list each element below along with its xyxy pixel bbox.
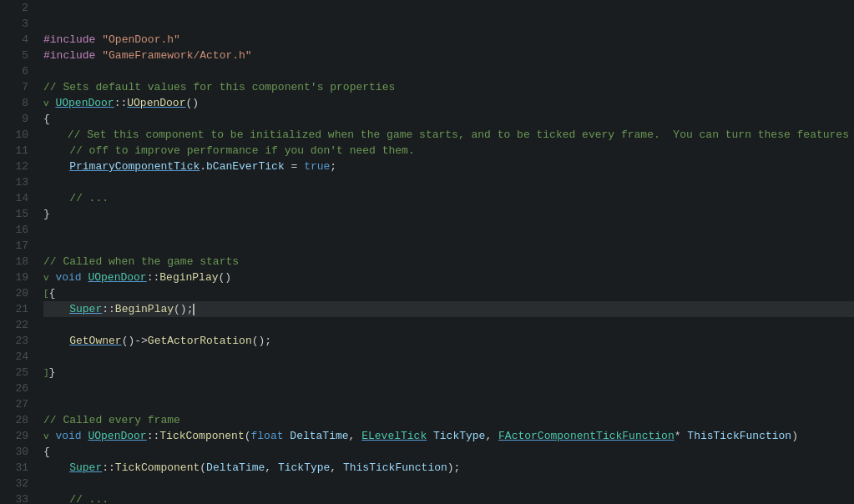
code-line-13 [43, 174, 854, 190]
code-line-9: { [43, 111, 854, 127]
code-line-5: #include "GameFramework/Actor.h" [43, 48, 854, 63]
code-line-32 [43, 476, 854, 491]
code-line-21: Super::BeginPlay(); [43, 301, 854, 317]
code-line-26 [43, 381, 854, 396]
code-line-20: [{ [43, 285, 854, 301]
code-line-16 [43, 222, 854, 238]
code-line-25: ]} [43, 365, 854, 381]
code-line-8: v UOpenDoor::UOpenDoor() [43, 95, 854, 111]
code-editor: 2 3 4 5 6 7 8 9 10 11 12 13 14 15 16 17 … [0, 0, 854, 504]
code-line-12: PrimaryComponentTick.bCanEverTick = true… [43, 159, 854, 174]
code-line-33: // ... [43, 491, 854, 504]
code-line-24 [43, 349, 854, 365]
code-line-19: v void UOpenDoor::BeginPlay() [43, 270, 854, 285]
code-line-28: // Called every frame [43, 412, 854, 428]
code-line-30: { [43, 444, 854, 460]
code-line-22 [43, 317, 854, 333]
code-line-14: // ... [43, 190, 854, 206]
code-line-31: Super::TickComponent(DeltaTime, TickType… [43, 460, 854, 476]
code-line-6 [43, 63, 854, 79]
code-line-23: GetOwner()->GetActorRotation(); [43, 333, 854, 349]
code-line-29: v void UOpenDoor::TickComponent(float De… [43, 428, 854, 444]
code-line-27 [43, 396, 854, 412]
code-line-15: } [43, 206, 854, 222]
code-line-11: // off to improve performance if you don… [43, 143, 854, 159]
line-numbers: 2 3 4 5 6 7 8 9 10 11 12 13 14 15 16 17 … [0, 0, 35, 504]
code-line-18: // Called when the game starts [43, 254, 854, 270]
code-area[interactable]: #include "OpenDoor.h" #include "GameFram… [35, 0, 854, 504]
code-line-7: // Sets default values for this componen… [43, 79, 854, 95]
code-line-4: #include "OpenDoor.h" [43, 32, 854, 48]
code-line-10: // Set this component to be initialized … [43, 127, 854, 143]
code-line-3 [43, 16, 854, 32]
code-line-2 [43, 0, 854, 16]
code-line-17 [43, 238, 854, 254]
